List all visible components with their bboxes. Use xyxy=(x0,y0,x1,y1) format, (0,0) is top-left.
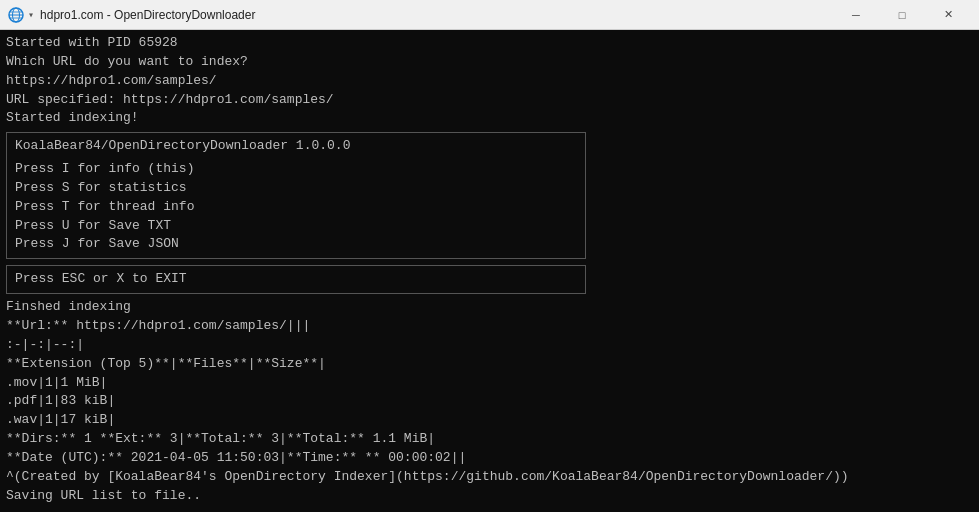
exit-line: Press ESC or X to EXIT xyxy=(15,270,577,289)
terminal-line-started: Started indexing! xyxy=(6,109,973,128)
result-line-11: ^(Created by [KoalaBear84's OpenDirector… xyxy=(6,468,973,487)
result-line-1: Finshed indexing xyxy=(6,298,973,317)
box-option-0: Press I for info (this) xyxy=(15,160,577,179)
app-icon xyxy=(8,7,24,23)
titlebar-chevron: ▾ xyxy=(28,9,34,21)
result-line-2: **Url:** https://hdpro1.com/samples/||| xyxy=(6,317,973,336)
terminal-line-url-prompt: Which URL do you want to index? xyxy=(6,53,973,72)
minimize-button[interactable]: ─ xyxy=(833,0,879,30)
titlebar-controls: ─ □ ✕ xyxy=(833,0,971,30)
box-option-4: Press J for Save JSON xyxy=(15,235,577,254)
terminal-line-url: https://hdpro1.com/samples/ xyxy=(6,72,973,91)
box-title: KoalaBear84/OpenDirectoryDownloader 1.0.… xyxy=(15,137,577,156)
maximize-button[interactable]: □ xyxy=(879,0,925,30)
box-option-2: Press T for thread info xyxy=(15,198,577,217)
close-button[interactable]: ✕ xyxy=(925,0,971,30)
result-line-3: :-|-:|--:| xyxy=(6,336,973,355)
result-line-4: **Extension (Top 5)**|**Files**|**Size**… xyxy=(6,355,973,374)
exit-box: Press ESC or X to EXIT xyxy=(6,265,586,294)
terminal-line-url-specified: URL specified: https://hdpro1.com/sample… xyxy=(6,91,973,110)
result-line-5: .mov|1|1 MiB| xyxy=(6,374,973,393)
result-line-13: Saving URL list to file.. xyxy=(6,487,973,506)
titlebar: ▾ hdpro1.com - OpenDirectoryDownloader ─… xyxy=(0,0,979,30)
result-line-7: .wav|1|17 kiB| xyxy=(6,411,973,430)
box-option-3: Press U for Save TXT xyxy=(15,217,577,236)
info-box: KoalaBear84/OpenDirectoryDownloader 1.0.… xyxy=(6,132,586,259)
titlebar-title: hdpro1.com - OpenDirectoryDownloader xyxy=(40,8,833,22)
terminal-line-pid: Started with PID 65928 xyxy=(6,34,973,53)
result-line-8: **Dirs:** 1 **Ext:** 3|**Total:** 3|**To… xyxy=(6,430,973,449)
terminal: Started with PID 65928 Which URL do you … xyxy=(0,30,979,512)
result-line-6: .pdf|1|83 kiB| xyxy=(6,392,973,411)
box-option-1: Press S for statistics xyxy=(15,179,577,198)
result-line-9: **Date (UTC):** 2021-04-05 11:50:03|**Ti… xyxy=(6,449,973,468)
